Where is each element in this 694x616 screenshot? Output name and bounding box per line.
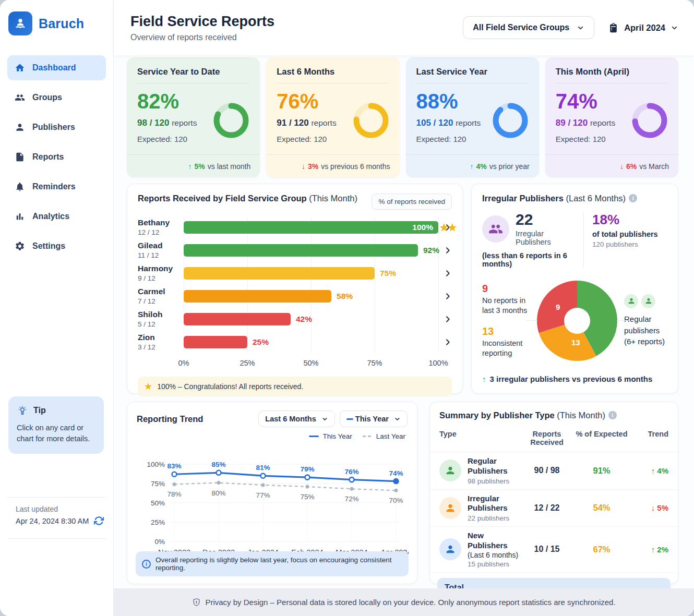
month-filter-value: April 2024 [624, 23, 665, 33]
bar-track: ★★100% [184, 221, 438, 234]
irregular-publishers-panel[interactable]: Irregular Publishers (Last 6 Months) 22 … [471, 184, 678, 394]
sidebar-item-publishers[interactable]: Publishers [7, 115, 106, 140]
arrow-up-icon: ↑ [470, 162, 473, 171]
group-row-shiloh[interactable]: Shiloh5 / 1242% [138, 308, 452, 331]
bar[interactable] [184, 336, 247, 348]
bar[interactable] [184, 267, 375, 280]
sidebar-item-reminders[interactable]: Reminders [7, 174, 106, 199]
trend-legend: This Year Last Year [137, 432, 408, 440]
summary-row-irregular-publishers: Irregular Publishers22 publishers12 / 22… [430, 490, 678, 527]
chevron-down-icon [321, 416, 328, 422]
card-trend: ↓6%vs March [545, 154, 678, 177]
tip-body: Click on any card or chart for more deta… [17, 422, 95, 444]
group-row-gilead[interactable]: Gilead11 / 1292% [138, 239, 452, 262]
summary-panel[interactable]: Summary by Publisher Type (This Month) T… [429, 402, 678, 584]
progress-ring [630, 101, 669, 140]
person-icon [641, 294, 655, 308]
series-swatch-icon [346, 418, 353, 420]
group-chart-panel[interactable]: Reports Received by Field Service Group … [127, 184, 463, 394]
privacy-text: Privacy by Design – Personal data is sto… [205, 598, 615, 607]
group-label: Shiloh5 / 12 [138, 310, 184, 329]
chevron-right-icon[interactable] [438, 292, 452, 300]
sidebar-item-settings[interactable]: Settings [7, 234, 106, 259]
bar[interactable]: ★★ [184, 221, 438, 234]
svg-text:79%: 79% [300, 465, 314, 473]
svg-text:83%: 83% [167, 462, 181, 470]
trend-value: ↓ 5% [629, 503, 668, 512]
reports-received: 12 / 22 [519, 503, 575, 513]
group-row-zion[interactable]: Zion3 / 1225% [138, 331, 452, 354]
main-area: Field Service Reports Overview of report… [114, 0, 694, 616]
sidebar-item-label: Analytics [32, 212, 69, 221]
last-updated-label: Last updated [16, 505, 104, 513]
bar-track: 75% [184, 267, 438, 280]
document-icon [15, 152, 25, 162]
summary-table-header: Type Reports Received % of Expected Tren… [430, 427, 678, 452]
publishers-donut-chart[interactable]: 139 [535, 276, 619, 365]
sidebar-nav: DashboardGroupsPublishersReportsReminder… [0, 55, 113, 259]
axis-tick: 50% [303, 359, 318, 367]
percent-received-badge[interactable]: % of reports received [372, 194, 452, 210]
sidebar-item-label: Reminders [32, 182, 76, 191]
svg-text:72%: 72% [344, 495, 358, 503]
refresh-icon[interactable] [94, 516, 104, 526]
divider [7, 497, 106, 498]
axis-tick: 75% [367, 359, 382, 367]
pct-of-expected: 67% [575, 545, 629, 554]
bar-value: 75% [380, 269, 396, 278]
card-trend: ↑5%vs last month [127, 154, 260, 177]
group-row-harmony[interactable]: Harmony9 / 1275% [138, 262, 452, 285]
reports-received: 10 / 15 [519, 545, 575, 554]
info-icon[interactable] [629, 194, 637, 202]
sidebar-item-reports[interactable]: Reports [7, 144, 106, 170]
irregular-percent: 18% [592, 212, 667, 228]
card-title: Last Service Year [416, 67, 529, 83]
logo: Baruch [0, 0, 113, 35]
sidebar: Baruch DashboardGroupsPublishersReportsR… [0, 0, 114, 616]
month-picker[interactable]: April 2024 [608, 22, 678, 33]
tip-card: Tip Click on any card or chart for more … [8, 396, 104, 454]
chevron-right-icon[interactable] [438, 269, 452, 277]
tip-title: Tip [33, 406, 46, 415]
bar[interactable] [184, 290, 331, 303]
summary-table: Type Reports Received % of Expected Tren… [430, 427, 678, 607]
trend-range-select[interactable]: Last 6 Months [258, 410, 334, 427]
svg-text:50%: 50% [151, 499, 165, 507]
sidebar-item-label: Reports [32, 152, 64, 162]
info-icon [142, 560, 151, 569]
group-row-bethany[interactable]: Bethany12 / 12★★100% [138, 216, 452, 239]
reporting-trend-panel[interactable]: Reporting Trend Last 6 Months This Year … [127, 402, 417, 584]
sidebar-item-dashboard[interactable]: Dashboard [7, 55, 106, 80]
sidebar-item-groups[interactable]: Groups [7, 85, 106, 110]
donut-segment-label: 13 [571, 338, 580, 347]
chevron-right-icon[interactable] [438, 315, 452, 323]
group-filter-select[interactable]: All Field Service Groups [463, 16, 594, 39]
irregular-title: Irregular Publishers (Last 6 Months) [482, 194, 667, 203]
sidebar-item-analytics[interactable]: Analytics [7, 204, 106, 229]
chevron-down-icon [394, 416, 401, 422]
gear-icon [15, 241, 25, 251]
stat-card-2[interactable]: Last Service Year88%105 / 120 reportsExp… [406, 57, 539, 177]
stat-card-3[interactable]: This Month (April)74%89 / 120 reportsExp… [545, 57, 678, 177]
last-year-swatch-icon [363, 436, 373, 437]
axis-tick: 25% [240, 359, 255, 367]
shield-icon [192, 598, 201, 607]
svg-text:75%: 75% [300, 493, 314, 501]
page-title: Field Service Reports [130, 14, 274, 30]
app-window: Baruch DashboardGroupsPublishersReportsR… [0, 0, 694, 616]
bar-track: 58% [184, 290, 438, 303]
trend-series-select[interactable]: This Year [340, 410, 408, 427]
bar[interactable] [184, 244, 418, 257]
group-row-carmel[interactable]: Carmel7 / 1258% [138, 285, 452, 308]
chevron-right-icon[interactable] [438, 338, 452, 346]
info-icon[interactable] [608, 411, 617, 419]
no-reports-stat: 9 No reports in last 3 months [482, 283, 535, 316]
stat-card-1[interactable]: Last 6 Months76%91 / 120 reportsExpected… [266, 57, 399, 177]
baruch-logo-icon [8, 11, 32, 35]
svg-text:70%: 70% [389, 497, 403, 504]
svg-text:80%: 80% [211, 489, 225, 497]
bar[interactable] [184, 313, 291, 325]
chevron-right-icon[interactable] [438, 246, 452, 255]
stat-card-0[interactable]: Service Year to Date82%98 / 120 reportsE… [127, 57, 260, 177]
chevron-down-icon [671, 24, 678, 32]
